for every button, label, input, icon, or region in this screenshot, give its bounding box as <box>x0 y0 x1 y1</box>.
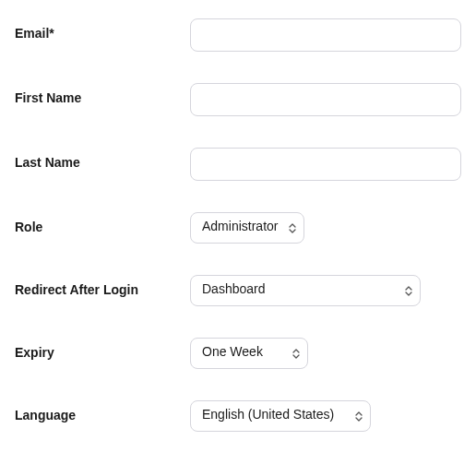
expiry-label: Expiry <box>15 338 190 360</box>
role-select[interactable]: Administrator <box>190 212 304 244</box>
expiry-select[interactable]: One Week <box>190 338 308 369</box>
redirect-select[interactable]: Dashboard <box>190 275 421 306</box>
role-label: Role <box>15 212 190 234</box>
language-select[interactable]: English (United States) <box>190 400 371 432</box>
redirect-label: Redirect After Login <box>15 275 190 297</box>
last-name-field[interactable] <box>190 148 461 181</box>
language-label: Language <box>15 400 190 422</box>
first-name-label: First Name <box>15 83 190 105</box>
first-name-field[interactable] <box>190 83 461 116</box>
email-label: Email* <box>15 18 190 41</box>
last-name-label: Last Name <box>15 148 190 170</box>
email-field[interactable] <box>190 18 461 52</box>
